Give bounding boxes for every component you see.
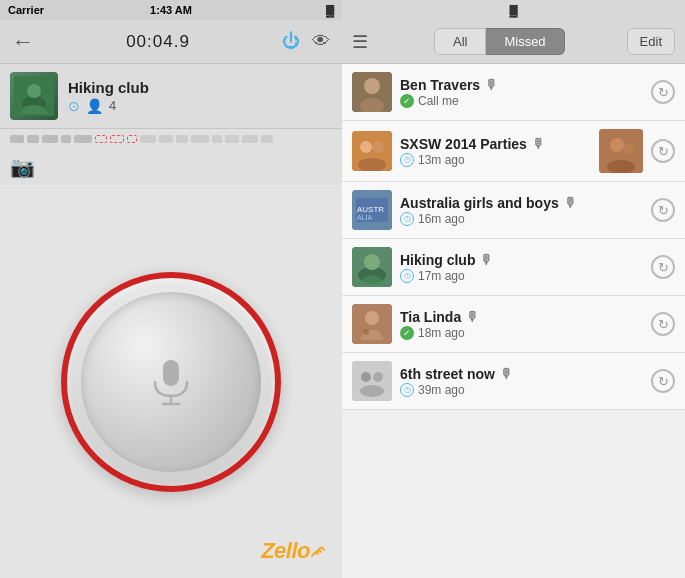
- power-icon[interactable]: ⏻: [282, 31, 300, 52]
- contact-name: Tia Linda 🎙: [400, 309, 643, 325]
- call-timer: 00:04.9: [126, 32, 190, 52]
- zello-logo: Zello: [261, 538, 328, 564]
- clock-icon: ◷: [400, 383, 414, 397]
- list-item[interactable]: SXSW 2014 Parties 🎙 ◷ 13m ago: [342, 121, 685, 182]
- refresh-icon[interactable]: ↻: [651, 198, 675, 222]
- contact-info: Australia girls and boys 🎙 ◷ 16m ago: [400, 195, 643, 226]
- contact-name: 6th street now 🎙: [400, 366, 643, 382]
- avatar: [352, 247, 392, 287]
- list-item[interactable]: Hiking club 🎙 ◷ 17m ago ↻: [342, 239, 685, 296]
- wave-seg: [159, 135, 173, 143]
- top-bar-actions: ⏻ 👁: [282, 31, 330, 52]
- contact-name: Ben Travers 🎙: [400, 77, 643, 93]
- contact-info: Tia Linda 🎙 ✓ 18m ago: [400, 309, 643, 340]
- contact-info: Hiking club 🎙 ◷ 17m ago: [400, 252, 643, 283]
- eye-icon[interactable]: 👁: [312, 31, 330, 52]
- status-text: 17m ago: [418, 269, 465, 283]
- svg-point-29: [361, 372, 371, 382]
- refresh-icon[interactable]: ↻: [651, 139, 675, 163]
- list-item[interactable]: 6th street now 🎙 ◷ 39m ago ↻: [342, 353, 685, 410]
- camera-row: 📷: [0, 149, 342, 185]
- wave-seg: [212, 135, 222, 143]
- contact-info: Ben Travers 🎙 ✓ Call me: [400, 77, 643, 108]
- svg-point-8: [364, 78, 380, 94]
- list-item[interactable]: Ben Travers 🎙 ✓ Call me ↻: [342, 64, 685, 121]
- status-text: 13m ago: [418, 153, 465, 167]
- svg-point-15: [610, 138, 624, 152]
- svg-point-31: [360, 385, 384, 397]
- menu-icon[interactable]: ☰: [352, 31, 368, 53]
- refresh-icon[interactable]: ↻: [651, 369, 675, 393]
- wave-seg: [140, 135, 156, 143]
- clock-icon: ◷: [400, 153, 414, 167]
- contact-name: Hiking club 🎙: [400, 252, 643, 268]
- zello-brand-text: Zello: [261, 538, 310, 564]
- camera-icon[interactable]: 📷: [10, 156, 35, 178]
- wave-seg: [42, 135, 58, 143]
- svg-text:ALIA: ALIA: [357, 214, 373, 221]
- group-thumbnail: [10, 72, 58, 120]
- contact-status: ◷ 17m ago: [400, 269, 643, 283]
- refresh-icon[interactable]: ↻: [651, 255, 675, 279]
- group-info-row: Hiking club ⊙ 👤 4: [0, 64, 342, 129]
- avatar: [352, 72, 392, 112]
- mic-button[interactable]: [61, 272, 281, 492]
- mic-small-icon: 🎙: [532, 136, 545, 151]
- svg-point-2: [27, 84, 41, 98]
- avatar: [352, 304, 392, 344]
- mic-small-icon: 🎙: [485, 77, 498, 92]
- svg-point-24: [364, 254, 380, 270]
- svg-point-30: [373, 372, 383, 382]
- battery-icon: ▓: [326, 4, 334, 16]
- wave-seg: [74, 135, 92, 143]
- wave-seg: [191, 135, 209, 143]
- wave-seg: [242, 135, 258, 143]
- edit-button[interactable]: Edit: [627, 28, 675, 55]
- list-item[interactable]: Tia Linda 🎙 ✓ 18m ago ↻: [342, 296, 685, 353]
- wave-seg: [27, 135, 39, 143]
- status-bar-left: Carrier 1:43 AM ▓: [0, 0, 342, 20]
- list-item[interactable]: AUSTR ALIA Australia girls and boys 🎙 ◷ …: [342, 182, 685, 239]
- location-icon: ⊙: [68, 98, 80, 114]
- left-panel: Carrier 1:43 AM ▓ ← 00:04.9 ⏻ 👁 Hiking c…: [0, 0, 342, 578]
- mic-small-icon: 🎙: [466, 309, 479, 324]
- top-bar-left: ← 00:04.9 ⏻ 👁: [0, 20, 342, 64]
- time-label: 1:43 AM: [150, 4, 192, 16]
- contact-status: ◷ 13m ago: [400, 153, 591, 167]
- mic-inner: [81, 292, 261, 472]
- top-bar-right: ☰ All Missed Edit: [342, 20, 685, 64]
- people-icon: 👤: [86, 98, 103, 114]
- refresh-icon[interactable]: ↻: [651, 80, 675, 104]
- contact-list: Ben Travers 🎙 ✓ Call me ↻: [342, 64, 685, 578]
- refresh-icon[interactable]: ↻: [651, 312, 675, 336]
- contact-status: ✓ 18m ago: [400, 326, 643, 340]
- member-count: 4: [109, 98, 116, 113]
- tab-group: All Missed: [380, 28, 619, 55]
- contact-name: SXSW 2014 Parties 🎙: [400, 136, 591, 152]
- mic-area: [0, 185, 342, 578]
- group-name: Hiking club: [68, 79, 332, 96]
- status-text: 39m ago: [418, 383, 465, 397]
- tab-all[interactable]: All: [434, 28, 486, 55]
- status-bar-right: ▓: [342, 0, 685, 20]
- contact-name-text: 6th street now: [400, 366, 495, 382]
- tab-missed[interactable]: Missed: [486, 28, 564, 55]
- status-text: 18m ago: [418, 326, 465, 340]
- back-button[interactable]: ←: [12, 29, 34, 55]
- contact-info: SXSW 2014 Parties 🎙 ◷ 13m ago: [400, 136, 591, 167]
- contact-status: ✓ Call me: [400, 94, 643, 108]
- status-text: Call me: [418, 94, 459, 108]
- group-details: Hiking club ⊙ 👤 4: [68, 79, 332, 114]
- contact-name-text: SXSW 2014 Parties: [400, 136, 527, 152]
- zello-signal-icon: [310, 542, 328, 560]
- microphone-icon: [141, 352, 201, 412]
- waveform-bar: [0, 129, 342, 149]
- right-panel: ▓ ☰ All Missed Edit Ben Travers 🎙: [342, 0, 685, 578]
- contact-name-text: Ben Travers: [400, 77, 480, 93]
- wave-seg: [261, 135, 273, 143]
- battery-placeholder: ▓: [509, 4, 517, 16]
- svg-rect-4: [163, 360, 179, 386]
- svg-point-27: [363, 329, 369, 335]
- contact-status: ◷ 39m ago: [400, 383, 643, 397]
- status-check-icon: ✓: [400, 326, 414, 340]
